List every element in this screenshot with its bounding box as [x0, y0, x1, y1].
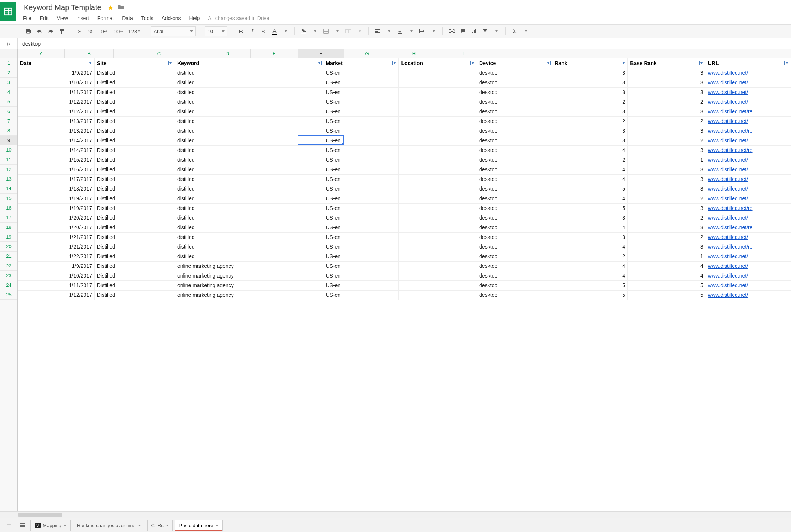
cell[interactable]: 2 [552, 155, 628, 165]
cell[interactable]: desktop [477, 136, 552, 145]
table-row[interactable]: 1/21/2017DistilleddistilledUS-endesktop3… [18, 232, 791, 242]
cell[interactable]: 1/12/2017 [18, 97, 94, 107]
cell[interactable]: distilled [175, 194, 323, 203]
filter-icon[interactable] [784, 61, 789, 65]
number-format-button[interactable]: 123 [126, 26, 142, 36]
cell[interactable]: www.distilled.net/ [706, 232, 791, 242]
cell[interactable]: desktop [477, 174, 552, 184]
sheet-tab[interactable]: CTRs [147, 520, 173, 531]
cell[interactable]: 2 [552, 97, 628, 107]
cell[interactable]: 3 [628, 68, 706, 78]
cell[interactable]: online marketing agency [175, 290, 323, 300]
cell[interactable]: distilled [175, 174, 323, 184]
cell[interactable] [399, 68, 477, 78]
cell[interactable]: 2 [628, 213, 706, 223]
cell[interactable]: 4 [552, 145, 628, 155]
cell[interactable] [399, 184, 477, 194]
cell[interactable]: desktop [477, 232, 552, 242]
cell[interactable]: 1/12/2017 [18, 290, 94, 300]
cell[interactable]: 4 [552, 194, 628, 203]
table-row[interactable]: 1/22/2017DistilleddistilledUS-endesktop2… [18, 252, 791, 261]
cell[interactable] [399, 290, 477, 300]
table-row[interactable]: 1/9/2017Distilledonline marketing agency… [18, 261, 791, 271]
column-header-G[interactable]: G [344, 49, 390, 58]
cell[interactable]: 5 [552, 290, 628, 300]
font-size-select[interactable]: 10 [205, 26, 227, 36]
cell[interactable]: US-en [323, 232, 399, 242]
cell[interactable]: 5 [628, 290, 706, 300]
functions-button[interactable]: Σ [510, 26, 519, 36]
table-row[interactable]: 1/18/2017DistilleddistilledUS-endesktop5… [18, 184, 791, 194]
row-header-1[interactable]: 1 [0, 58, 17, 68]
cell[interactable]: Distilled [94, 261, 175, 271]
cell[interactable] [399, 174, 477, 184]
row-header-11[interactable]: 11 [0, 155, 17, 165]
cell[interactable]: US-en [323, 271, 399, 280]
cell[interactable]: 1/16/2017 [18, 165, 94, 174]
row-header-21[interactable]: 21 [0, 252, 17, 261]
cell[interactable]: distilled [175, 165, 323, 174]
cell[interactable]: www.distilled.net/re [706, 126, 791, 136]
cell[interactable]: www.distilled.net/ [706, 174, 791, 184]
url-link[interactable]: www.distilled.net/ [708, 157, 748, 163]
cell[interactable]: 5 [552, 280, 628, 290]
cell[interactable]: 1/10/2017 [18, 271, 94, 280]
cell[interactable]: Distilled [94, 136, 175, 145]
cell[interactable]: desktop [477, 203, 552, 213]
url-link[interactable]: www.distilled.net/ [708, 80, 748, 85]
cell[interactable]: US-en [323, 68, 399, 78]
url-link[interactable]: www.distilled.net/ [708, 234, 748, 240]
cell[interactable]: 1/9/2017 [18, 261, 94, 271]
cell[interactable]: distilled [175, 136, 323, 145]
cell[interactable]: US-en [323, 78, 399, 87]
cell[interactable]: Distilled [94, 194, 175, 203]
cell[interactable]: US-en [323, 174, 399, 184]
url-link[interactable]: www.distilled.net/re [708, 128, 753, 134]
cell[interactable]: 2 [552, 116, 628, 126]
cell[interactable]: Distilled [94, 155, 175, 165]
cell[interactable] [399, 194, 477, 203]
cell[interactable]: desktop [477, 290, 552, 300]
row-header-9[interactable]: 9 [0, 136, 17, 145]
cell[interactable]: 1/13/2017 [18, 126, 94, 136]
url-link[interactable]: www.distilled.net/ [708, 137, 748, 143]
url-link[interactable]: www.distilled.net/ [708, 118, 748, 124]
cell[interactable]: distilled [175, 68, 323, 78]
cell[interactable]: 1/14/2017 [18, 145, 94, 155]
url-link[interactable]: www.distilled.net/ [708, 186, 748, 192]
sheets-logo-icon[interactable] [0, 2, 16, 21]
table-row[interactable]: 1/10/2017DistilleddistilledUS-endesktop3… [18, 78, 791, 87]
cell[interactable]: desktop [477, 261, 552, 271]
filter-icon[interactable] [481, 26, 490, 36]
row-header-3[interactable]: 3 [0, 78, 17, 87]
table-row[interactable]: 1/14/2017DistilleddistilledUS-endesktop4… [18, 145, 791, 155]
sheet-tab[interactable]: 3Mapping [30, 520, 71, 531]
filter-icon[interactable] [317, 61, 322, 65]
insert-chart-icon[interactable] [469, 26, 478, 36]
url-link[interactable]: www.distilled.net/ [708, 70, 748, 76]
cell[interactable]: 3 [628, 223, 706, 232]
row-header-25[interactable]: 25 [0, 290, 17, 300]
cell[interactable]: desktop [477, 145, 552, 155]
cell[interactable]: 2 [628, 97, 706, 107]
cell[interactable]: 3 [628, 126, 706, 136]
cell[interactable]: www.distilled.net/ [706, 165, 791, 174]
url-link[interactable]: www.distilled.net/re [708, 147, 753, 153]
table-row[interactable]: 1/12/2017DistilleddistilledUS-endesktop3… [18, 107, 791, 116]
cell[interactable]: distilled [175, 223, 323, 232]
cell[interactable]: 3 [552, 78, 628, 87]
url-link[interactable]: www.distilled.net/re [708, 244, 753, 250]
cell[interactable]: www.distilled.net/ [706, 116, 791, 126]
cell[interactable]: www.distilled.net/re [706, 145, 791, 155]
cell[interactable]: Distilled [94, 203, 175, 213]
cell[interactable]: 2 [628, 194, 706, 203]
cell[interactable]: 3 [628, 242, 706, 252]
formula-input[interactable]: desktop [18, 41, 791, 47]
table-row[interactable]: 1/20/2017DistilleddistilledUS-endesktop3… [18, 213, 791, 223]
filter-icon[interactable] [546, 61, 551, 65]
sheet-tab[interactable]: Paste data here [175, 520, 223, 531]
table-row[interactable]: 1/19/2017DistilleddistilledUS-endesktop4… [18, 194, 791, 203]
vertical-align-button[interactable] [396, 26, 404, 36]
cell[interactable]: www.distilled.net/ [706, 290, 791, 300]
cell[interactable] [399, 271, 477, 280]
